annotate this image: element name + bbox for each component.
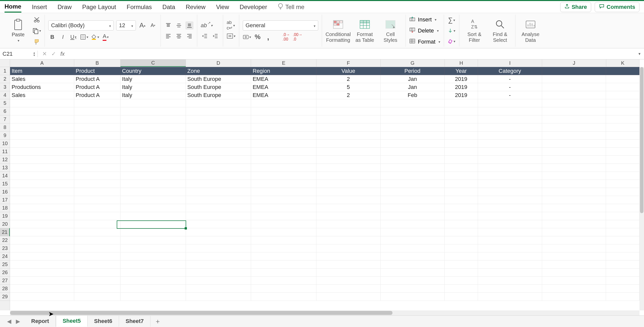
cell[interactable]	[381, 180, 445, 188]
cell[interactable]	[251, 188, 316, 196]
cell[interactable]	[10, 180, 74, 188]
row-header[interactable]: 29	[0, 293, 10, 301]
row-header[interactable]: 4	[0, 91, 10, 99]
fill-color-button[interactable]: ▾	[91, 33, 99, 41]
cell[interactable]	[381, 252, 445, 260]
cell[interactable]	[381, 236, 445, 244]
cell[interactable]	[445, 164, 478, 172]
cell[interactable]	[120, 204, 186, 212]
cell[interactable]	[542, 220, 606, 228]
column-header[interactable]: F	[316, 59, 381, 67]
row-headers[interactable]: 1234567891011121314151617181920212223242…	[0, 67, 10, 310]
number-format-select[interactable]: General	[243, 20, 318, 30]
cell[interactable]	[445, 228, 478, 236]
cell[interactable]: Period	[381, 67, 445, 75]
cell[interactable]	[120, 244, 186, 252]
cell[interactable]	[186, 285, 251, 293]
cell[interactable]	[606, 212, 639, 220]
cell[interactable]	[186, 180, 251, 188]
cell[interactable]	[381, 132, 445, 140]
cell[interactable]	[478, 244, 542, 252]
row-header[interactable]: 22	[0, 236, 10, 244]
cell[interactable]	[10, 148, 74, 156]
ribbon-tab-insert[interactable]: Insert	[32, 2, 47, 12]
borders-button[interactable]: ▾	[80, 33, 88, 41]
cell[interactable]	[251, 285, 316, 293]
row-header[interactable]: 19	[0, 212, 10, 220]
cell[interactable]	[478, 285, 542, 293]
cell[interactable]	[74, 244, 120, 252]
cell[interactable]	[74, 164, 120, 172]
cancel-icon[interactable]: ✕	[42, 51, 47, 57]
fill-icon[interactable]: ▾	[448, 27, 456, 35]
cell[interactable]	[381, 260, 445, 269]
cell[interactable]	[10, 277, 74, 285]
percent-icon[interactable]: %	[254, 33, 262, 41]
cell[interactable]	[74, 252, 120, 260]
increase-indent-icon[interactable]	[211, 32, 219, 40]
decrease-font-icon[interactable]: A▾	[149, 21, 157, 29]
cell[interactable]	[542, 123, 606, 132]
row-header[interactable]: 12	[0, 156, 10, 164]
delete-cells-button[interactable]: Delete▾	[409, 27, 440, 34]
cell[interactable]	[542, 252, 606, 260]
cell[interactable]	[316, 132, 381, 140]
analyse-data-button[interactable]: AnalyseData	[519, 18, 542, 43]
cell[interactable]	[542, 285, 606, 293]
cell[interactable]	[542, 269, 606, 277]
cell[interactable]	[478, 188, 542, 196]
add-sheet-button[interactable]: ＋	[150, 315, 165, 327]
cell[interactable]	[10, 269, 74, 277]
cell[interactable]	[542, 75, 606, 83]
sort-filter-button[interactable]: AZ⇅ Sort &Filter	[463, 18, 486, 43]
cell[interactable]	[120, 148, 186, 156]
cell[interactable]	[186, 277, 251, 285]
cell[interactable]: Item	[10, 67, 74, 75]
ribbon-tab-view[interactable]: View	[216, 2, 229, 12]
cell[interactable]	[445, 99, 478, 107]
font-color-button[interactable]: A▾	[102, 33, 110, 41]
cell[interactable]	[74, 220, 120, 228]
row-header[interactable]: 26	[0, 269, 10, 277]
sheet-tab-sheet7[interactable]: Sheet7	[119, 316, 150, 327]
cell[interactable]	[381, 123, 445, 132]
cell[interactable]	[10, 123, 74, 132]
expand-formula-bar-icon[interactable]: ▾	[635, 51, 644, 56]
row-header[interactable]: 17	[0, 196, 10, 204]
cell[interactable]	[542, 156, 606, 164]
cell[interactable]: Product A	[74, 91, 120, 99]
enter-icon[interactable]: ✓	[51, 51, 56, 57]
row-header[interactable]: 8	[0, 123, 10, 132]
ribbon-tab-data[interactable]: Data	[163, 2, 175, 12]
cell[interactable]	[478, 260, 542, 269]
cell[interactable]	[542, 83, 606, 91]
cell[interactable]	[542, 204, 606, 212]
cell[interactable]	[381, 115, 445, 123]
cell[interactable]: South Europe	[186, 83, 251, 91]
cell[interactable]	[316, 107, 381, 115]
cell[interactable]	[74, 188, 120, 196]
row-header[interactable]: 13	[0, 164, 10, 172]
cell[interactable]	[186, 293, 251, 301]
cell[interactable]	[316, 220, 381, 228]
cell[interactable]: -	[478, 91, 542, 99]
cell[interactable]	[120, 236, 186, 244]
cell[interactable]	[606, 164, 639, 172]
cell[interactable]	[542, 115, 606, 123]
cell[interactable]	[542, 140, 606, 148]
cell[interactable]: Product	[74, 67, 120, 75]
sheet-nav-next-icon[interactable]: ▶	[16, 318, 20, 325]
select-all-corner[interactable]	[0, 59, 10, 67]
ribbon-tab-draw[interactable]: Draw	[58, 2, 72, 12]
cell[interactable]	[445, 293, 478, 301]
cell[interactable]	[186, 132, 251, 140]
cell[interactable]	[381, 269, 445, 277]
cell[interactable]	[478, 172, 542, 180]
cell[interactable]	[542, 236, 606, 244]
cell[interactable]: South Europe	[186, 91, 251, 99]
cell[interactable]	[74, 204, 120, 212]
format-as-table-button[interactable]: Formatas Table	[353, 18, 376, 43]
cell[interactable]	[251, 212, 316, 220]
cell[interactable]	[74, 269, 120, 277]
currency-icon[interactable]: ▾	[243, 33, 251, 41]
